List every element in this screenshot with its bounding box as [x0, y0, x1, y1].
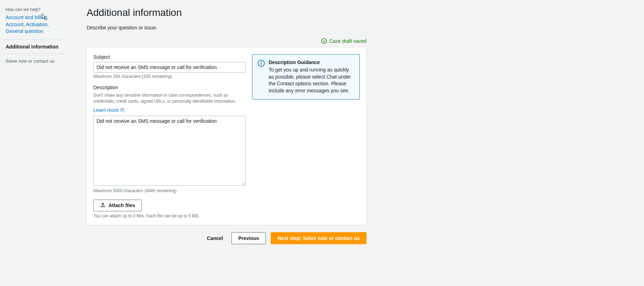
guidance-title: Description Guidance — [269, 59, 355, 65]
subject-input[interactable] — [93, 62, 246, 73]
page-subtitle: Describe your question or issue. — [87, 25, 630, 30]
subject-help-text: Maximum 250 characters (195 remaining) — [93, 74, 246, 79]
sidebar: How can we help? Account and billing, Ac… — [0, 0, 72, 286]
previous-button[interactable]: Previous — [232, 232, 266, 244]
check-circle-icon — [321, 38, 327, 44]
description-help-text: Maximum 5000 characters (4945 remaining) — [93, 188, 246, 193]
sidebar-divider — [6, 54, 67, 54]
attach-help-text: You can attach up to 3 files. Each file … — [93, 213, 246, 218]
next-step-button[interactable]: Next step: Solve now or contact us — [271, 232, 367, 244]
page-title: Additional information — [87, 7, 630, 18]
description-label: Description — [93, 85, 246, 90]
sidebar-divider — [6, 39, 67, 40]
guidance-text: To get you up and running as quickly as … — [269, 67, 355, 94]
draft-saved-text: Case draft saved — [329, 38, 367, 44]
attach-files-button[interactable]: Attach files — [93, 200, 142, 211]
draft-saved-status: Case draft saved — [87, 38, 367, 44]
description-note: Don't share any sensitive information in… — [93, 92, 246, 104]
upload-icon — [100, 202, 106, 209]
guidance-box: Description Guidance To get you up and r… — [252, 54, 360, 99]
info-icon — [257, 59, 265, 94]
form-card: Subject Maximum 250 characters (195 rema… — [87, 47, 367, 225]
learn-more-link[interactable]: Learn more — [93, 107, 124, 113]
sidebar-next-step: Solve now or contact us — [6, 58, 67, 64]
sidebar-active-step: Additional information — [6, 44, 67, 50]
svg-rect-3 — [261, 63, 262, 65]
sidebar-title: How can we help? — [6, 7, 67, 12]
description-textarea[interactable] — [93, 116, 246, 186]
learn-more-text: Learn more — [93, 107, 119, 113]
sidebar-breadcrumb-link[interactable]: Account and billing, Account, Activation… — [6, 14, 67, 35]
footer-buttons: Cancel Previous Next step: Solve now or … — [87, 232, 367, 244]
svg-point-2 — [261, 62, 262, 63]
main-content: Additional information Describe your que… — [72, 0, 644, 286]
subject-label: Subject — [93, 54, 246, 60]
external-link-icon — [120, 107, 124, 113]
cancel-button[interactable]: Cancel — [203, 233, 227, 244]
attach-files-label: Attach files — [109, 202, 135, 208]
